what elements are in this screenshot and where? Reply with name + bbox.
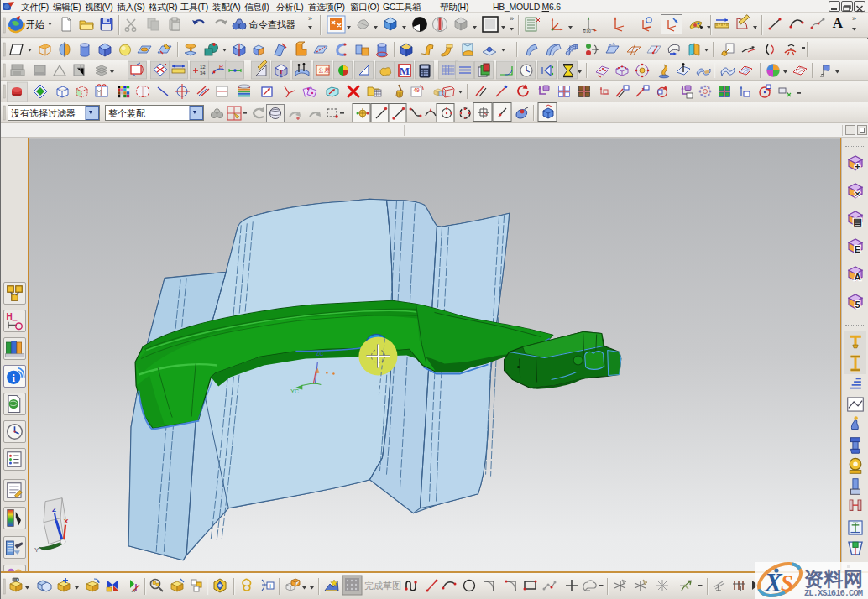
svg-text:S: S [781,570,793,596]
svg-text:×: × [855,189,860,199]
svg-text:12: 12 [200,65,206,70]
svg-text:34: 34 [200,70,206,76]
svg-text:▤: ▤ [853,216,862,227]
svg-text:0.00: 0.00 [583,29,591,34]
svg-text:»: » [852,14,856,23]
svg-text:H_: H_ [7,312,18,321]
svg-text:49: 49 [413,87,420,93]
svg-text:R: R [219,64,223,70]
svg-text:命令查找器: 命令查找器 [249,19,295,29]
svg-text:公差: 公差 [318,67,330,73]
svg-text:i: i [13,372,16,384]
svg-text:»: » [308,14,312,23]
svg-text:ZL.XS1616.COM: ZL.XS1616.COM [804,588,863,598]
svg-text:»: » [510,14,514,23]
svg-text:E: E [855,244,860,254]
svg-text:+: + [855,161,860,171]
svg-text:开始: 开始 [26,19,44,29]
svg-text:完成草图: 完成草图 [364,581,401,591]
svg-text:资料网: 资料网 [804,568,863,590]
svg-text:M: M [400,65,410,77]
svg-text:A: A [854,272,860,282]
svg-text:整个装配: 整个装配 [108,108,145,118]
svg-text:没有选择过滤器: 没有选择过滤器 [11,108,76,118]
svg-text:T: T [280,68,284,76]
svg-text:5: 5 [855,300,860,310]
svg-text:A: A [833,15,844,31]
